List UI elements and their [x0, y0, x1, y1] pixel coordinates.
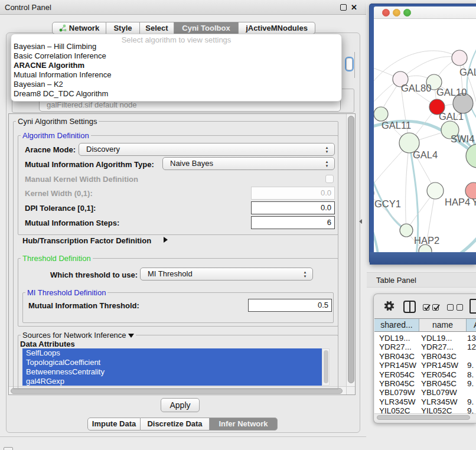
attribute-item[interactable]: TopologicalCoefficient [22, 358, 322, 367]
aracne-mode-label: Aracne Mode: [25, 145, 76, 154]
table-cell: YDL19... [374, 334, 419, 343]
column-header[interactable]: name [419, 319, 467, 331]
dropdown-item[interactable]: Mutual Information Inference [11, 70, 341, 80]
mi-type-combo[interactable]: Naive Bayes▲▼ [162, 157, 335, 170]
table-row[interactable]: YLR345WYLR345W9. [374, 397, 476, 406]
manual-kernel-checkbox[interactable] [325, 175, 334, 183]
table-row[interactable]: YBL079WYBL079W [374, 388, 476, 397]
table-browser-window: shared...nameA YDL19...YDL19...13YDR27..… [373, 294, 476, 423]
tab-cyni-toolbox[interactable]: Cyni Toolbox [174, 22, 239, 34]
which-threshold-combo[interactable]: MI Threshold▲▼ [140, 268, 313, 281]
checked-checkbox-icon[interactable] [432, 304, 439, 311]
network-canvas[interactable]: GALGAL80GAL10GAL1GAL11SWI4GAL4GCY1HAP4YH… [374, 19, 476, 252]
which-threshold-label: Which threshold to use: [50, 270, 138, 279]
scrollbar-corner [346, 386, 356, 395]
columns-icon[interactable] [403, 301, 416, 313]
collapse-arrow-icon[interactable] [128, 334, 134, 338]
dropdown-item[interactable]: Basic Correlation Inference [11, 51, 341, 61]
tab-style[interactable]: Style [106, 22, 140, 34]
table-row[interactable]: YIL052CYIL052C9. [374, 406, 476, 413]
table-row[interactable]: YER054CYER054C8. [374, 370, 476, 379]
data-attributes-list[interactable]: SelfLoopsTopologicalCoefficientBetweenne… [22, 348, 330, 386]
node-label: GAL1 [439, 111, 464, 122]
combo-stepper-icon: ▲▼ [324, 160, 330, 168]
aracne-mode-combo[interactable]: Discovery▲▼ [79, 143, 335, 156]
network-node[interactable] [452, 50, 467, 66]
dropdown-item[interactable]: Bayesian – K2 [11, 80, 341, 89]
column-header[interactable]: shared... [374, 319, 419, 331]
mi-steps-input[interactable]: 6 [251, 216, 335, 229]
bottom-tabs: Impute DataDiscretize DataInfer Network [87, 418, 278, 431]
table-row[interactable]: YPR145WYPR145W9. [374, 361, 476, 370]
hub-definition-toggle[interactable]: Hub/Transcription Factor Definition [22, 236, 151, 245]
which-threshold-value: MI Threshold [148, 269, 193, 278]
vertical-scrollbar[interactable] [346, 114, 356, 386]
mi-threshold-input[interactable]: 0.5 [248, 299, 332, 312]
minimize-light[interactable] [393, 9, 400, 17]
network-window-titlebar[interactable] [374, 6, 476, 19]
table-row[interactable]: YBR043CYBR043C [374, 352, 476, 361]
table-cell: YIL052C [419, 406, 466, 413]
table-cell: 9. [466, 406, 474, 413]
table-cell: YDL19... [419, 334, 466, 343]
unchecked-checkbox-icon[interactable] [447, 304, 454, 311]
tab-discretize-data[interactable]: Discretize Data [141, 418, 210, 431]
table-cell [466, 352, 467, 361]
kernel-width-input[interactable]: 0.0 [251, 187, 335, 200]
attribute-item[interactable]: BetweennessCentrality [22, 367, 322, 377]
table-row[interactable]: YDL19...YDL19...13 [374, 334, 476, 343]
tab-impute-data[interactable]: Impute Data [87, 418, 141, 431]
table-row[interactable]: YDR27...YDR27...12 [374, 343, 476, 351]
tab-network[interactable]: Network [52, 22, 106, 34]
unchecked-checkbox-icon[interactable] [457, 304, 463, 311]
node-label: SWI4 [451, 133, 474, 144]
column-header[interactable]: A [467, 319, 476, 331]
network-edge[interactable] [374, 161, 406, 230]
document-icon[interactable] [470, 299, 476, 314]
attribute-item[interactable]: SelfLoops [22, 348, 322, 358]
expand-arrow-icon[interactable] [164, 237, 168, 243]
mi-threshold-title: MI Threshold Definition [25, 288, 107, 297]
table-body[interactable]: YDL19...YDL19...13YDR27...YDR27...12YBR0… [374, 332, 476, 413]
node-label: HAP4 [445, 197, 470, 207]
network-node[interactable] [374, 107, 388, 121]
table-cell: 9. [466, 397, 474, 406]
node-label: GCY1 [374, 198, 401, 209]
table-row[interactable]: YBR045CYBR045C9. [374, 379, 476, 388]
minimized-panel-icon[interactable] [4, 447, 13, 450]
table-cell: YBR043C [374, 352, 419, 361]
table-header-row[interactable]: shared...nameA [374, 318, 476, 332]
tab-jactivemnodules[interactable]: jActiveMNodules [239, 22, 315, 34]
tab-infer-network[interactable]: Infer Network [210, 418, 278, 431]
control-panel-tabs: NetworkStyleSelectCyni ToolboxjActiveMNo… [52, 22, 315, 34]
dropdown-item[interactable]: ARACNE Algorithm [11, 61, 341, 70]
manual-kernel-label: Manual Kernel Width Definition [25, 175, 138, 184]
close-light[interactable] [382, 9, 390, 17]
close-icon[interactable]: ✕ [351, 3, 357, 12]
attributes-scrollbar[interactable] [322, 348, 330, 386]
gear-icon[interactable] [383, 299, 396, 312]
dropdown-item[interactable]: Dream8 DC_TDC Algorithm [11, 89, 341, 99]
dpi-tolerance-input[interactable]: 0.0 [251, 201, 335, 214]
zoom-light[interactable] [403, 9, 411, 17]
network-node[interactable] [427, 182, 444, 199]
network-node[interactable] [400, 224, 413, 237]
tab-select[interactable]: Select [140, 22, 174, 34]
network-icon [59, 24, 67, 32]
network-edge[interactable] [406, 143, 409, 230]
checked-checkbox-icon[interactable] [423, 304, 429, 311]
split-divider-arrow-icon[interactable] [359, 219, 362, 224]
node-label: GAL4 [413, 149, 438, 160]
table-cell: YBR045C [374, 379, 419, 388]
sources-title: Sources for Network Inference [21, 331, 136, 340]
network-edge[interactable] [374, 214, 379, 252]
float-window-icon[interactable] [340, 4, 347, 11]
attribute-item[interactable]: gal4RGexp [22, 377, 322, 386]
algorithm-dropdown-list: Select algorithm to view settings Bayesi… [11, 34, 342, 102]
dropdown-placeholder: Select algorithm to view settings [11, 34, 341, 42]
aracne-mode-value: Discovery [86, 145, 120, 154]
threshold-definition-title: Threshold Definition [21, 254, 93, 263]
table-horizontal-scrollbar[interactable] [374, 413, 476, 420]
node-label: GAL [459, 67, 476, 77]
apply-button[interactable]: Apply [161, 398, 200, 412]
